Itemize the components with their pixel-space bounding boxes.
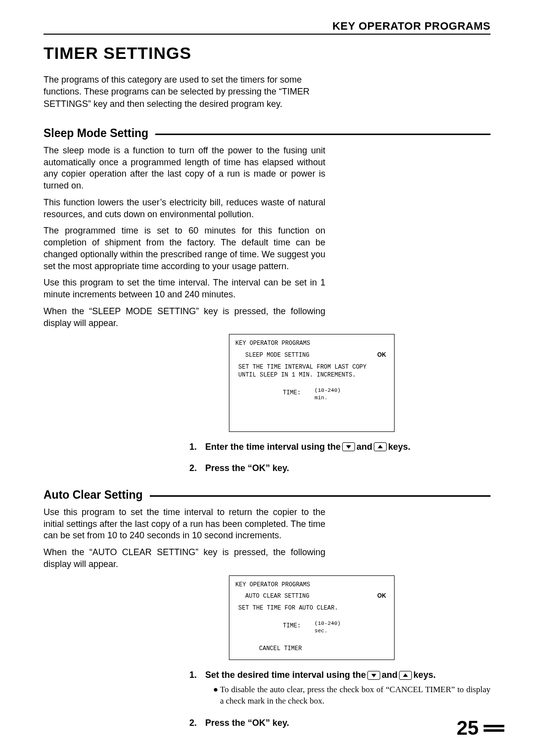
sleep-step-1: 1. Enter the time interval using the and… <box>189 442 490 452</box>
sleep-p5: When the “SLEEP MODE SETTING” key is pre… <box>44 306 325 330</box>
svg-marker-3 <box>403 673 408 677</box>
header-title: KEY OPERATOR PROGRAMS <box>44 20 490 34</box>
ok-button[interactable]: OK <box>377 351 386 359</box>
auto-step-2: 2. Press the “OK” key. <box>189 718 490 728</box>
page-number-value: 25 <box>457 717 479 739</box>
section-heading-sleep: Sleep Mode Setting <box>44 127 490 140</box>
sleep-step-2: 2. Press the “OK” key. <box>189 463 490 473</box>
svg-marker-1 <box>378 445 383 448</box>
step-text: Press the “OK” key. <box>205 718 289 728</box>
step-text: keys. <box>388 442 410 452</box>
sleep-p1: The sleep mode is a function to turn off… <box>44 145 325 192</box>
time-range: (10-240) <box>314 387 341 394</box>
auto-clear-panel: KEY OPERATOR PROGRAMS AUTO CLEAR SETTING… <box>229 575 395 660</box>
panel-title: SLEEP MODE SETTING <box>245 351 310 359</box>
panel-message: SET THE TIME FOR AUTO CLEAR. <box>235 604 388 612</box>
panel-time-row: TIME: (10-240) min. <box>235 387 388 402</box>
down-arrow-key-icon <box>342 442 355 451</box>
ok-button[interactable]: OK <box>377 592 386 600</box>
step-text: keys. <box>413 670 436 680</box>
panel-message: SET THE TIME INTERVAL FROM LAST COPY UNT… <box>235 363 388 379</box>
sleep-panel: KEY OPERATOR PROGRAMS SLEEP MODE SETTING… <box>229 334 395 431</box>
sleep-p2: This function lowers the user’s electric… <box>44 197 325 221</box>
section-heading-label: Sleep Mode Setting <box>44 127 155 140</box>
step-text: Enter the time interval using the <box>205 442 341 452</box>
bullet-text: To disable the auto clear, press the che… <box>220 684 490 707</box>
section-rule <box>155 134 490 135</box>
page-number: 25 <box>457 717 505 739</box>
time-unit: sec. <box>314 627 341 635</box>
svg-marker-0 <box>346 445 351 449</box>
panel-msg-line1: SET THE TIME FOR AUTO CLEAR. <box>238 604 388 612</box>
panel-title: AUTO CLEAR SETTING <box>245 592 310 600</box>
time-label: TIME: <box>283 387 301 397</box>
panel-msg-line1: SET THE TIME INTERVAL FROM LAST COPY <box>238 363 388 371</box>
auto-step-1: 1. Set the desired time interval using t… <box>189 670 490 680</box>
panel-time-row: TIME: (10-240) sec. <box>235 620 388 635</box>
panel-header: KEY OPERATOR PROGRAMS <box>235 339 388 347</box>
panel-header: KEY OPERATOR PROGRAMS <box>235 581 388 589</box>
intro-text: The programs of this category are used t… <box>44 74 325 110</box>
time-range: (10-240) <box>314 620 341 627</box>
step-text: Press the “OK” key. <box>205 463 289 473</box>
step-text: and <box>356 442 372 452</box>
step-text: Set the desired time interval using the <box>205 670 366 680</box>
auto-step-1-bullet: ● To disable the auto clear, press the c… <box>213 684 490 707</box>
up-arrow-key-icon <box>399 671 412 680</box>
time-unit: min. <box>314 394 341 402</box>
sleep-p3: The programmed time is set to 60 minutes… <box>44 225 325 272</box>
step-text: and <box>382 670 398 680</box>
panel-msg-line2: UNTIL SLEEP IN 1 MIN. INCREMENTS. <box>238 371 388 379</box>
sleep-p4: Use this program to set the time interva… <box>44 277 325 301</box>
page-title: TIMER SETTINGS <box>44 44 490 63</box>
time-label: TIME: <box>283 620 301 630</box>
section-heading-label: Auto Clear Setting <box>44 488 150 502</box>
auto-p2: When the “AUTO CLEAR SETTING” key is pre… <box>44 547 325 570</box>
section-heading-auto-clear: Auto Clear Setting <box>44 488 490 502</box>
auto-p1: Use this program to set the time interva… <box>44 507 325 542</box>
down-arrow-key-icon <box>367 671 380 680</box>
svg-marker-2 <box>371 674 376 677</box>
cancel-timer-option[interactable]: CANCEL TIMER <box>235 645 388 653</box>
page-mark-icon <box>484 725 504 732</box>
section-rule <box>150 495 490 497</box>
up-arrow-key-icon <box>374 442 387 451</box>
